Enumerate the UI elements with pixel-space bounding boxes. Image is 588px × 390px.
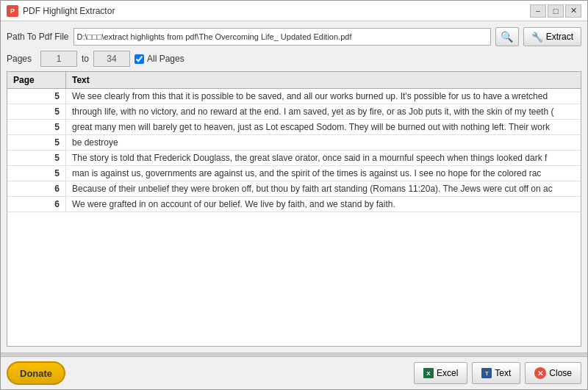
table-row[interactable]: 5 The story is told that Frederick Dougl… xyxy=(7,151,581,166)
path-row: Path To Pdf File 🔍 🔧 Extract xyxy=(7,27,581,46)
table-row[interactable]: 5 great many men will barely get to heav… xyxy=(7,120,581,135)
cell-page: 5 xyxy=(7,135,66,150)
cell-page: 5 xyxy=(7,104,66,119)
table-row[interactable]: 5 be destroye xyxy=(7,135,581,151)
app-icon: P xyxy=(7,5,18,17)
extract-button[interactable]: 🔧 Extract xyxy=(523,27,581,46)
cell-page: 6 xyxy=(7,181,66,196)
cell-text: We see clearly from this that it is poss… xyxy=(66,89,581,104)
bottom-right-buttons: X Excel T Text ✕ Close xyxy=(414,362,581,384)
cell-page: 5 xyxy=(7,89,66,104)
col-header-page: Page xyxy=(7,72,66,88)
cell-text: man is against us, governments are again… xyxy=(66,166,581,181)
cell-text: great many men will barely get to heaven… xyxy=(66,120,581,134)
table-row[interactable]: 6 We were grafted in on account of our b… xyxy=(7,197,581,212)
page-from-input[interactable] xyxy=(40,51,77,67)
bottom-bar: Donate X Excel T Text ✕ Close xyxy=(1,357,587,389)
cell-text: through life, with no victory, and no re… xyxy=(66,104,581,119)
cell-page: 5 xyxy=(7,166,66,181)
to-label: to xyxy=(82,54,89,64)
pages-row: Pages to All Pages xyxy=(7,51,581,67)
browse-button[interactable]: 🔍 xyxy=(495,27,519,46)
excel-icon: X xyxy=(423,368,434,378)
cell-page: 5 xyxy=(7,120,66,134)
table-row[interactable]: 6 Because of their unbelief they were br… xyxy=(7,181,581,197)
table-row[interactable]: 5 We see clearly from this that it is po… xyxy=(7,89,581,104)
close-button[interactable]: ✕ Close xyxy=(525,362,581,384)
cell-text: The story is told that Frederick Douglas… xyxy=(66,151,581,165)
table-body: 5 We see clearly from this that it is po… xyxy=(7,89,581,346)
title-bar-left: P PDF Highlight Extractor xyxy=(7,5,115,17)
cell-page: 6 xyxy=(7,197,66,212)
window-title: PDF Highlight Extractor xyxy=(23,6,115,16)
path-label: Path To Pdf File xyxy=(7,32,69,42)
cell-page: 5 xyxy=(7,151,66,165)
text-icon: T xyxy=(481,368,492,378)
all-pages-checkbox[interactable] xyxy=(135,54,144,64)
donate-button[interactable]: Donate xyxy=(7,361,65,385)
cell-text: be destroye xyxy=(66,135,581,150)
maximize-button[interactable]: □ xyxy=(548,4,564,18)
pages-label: Pages xyxy=(7,54,36,64)
table-row[interactable]: 5 through life, with no victory, and no … xyxy=(7,104,581,120)
cell-text: Because of their unbelief they were brok… xyxy=(66,181,581,196)
excel-button[interactable]: X Excel xyxy=(414,362,467,384)
table-header: Page Text xyxy=(7,72,581,89)
main-window: P PDF Highlight Extractor − □ ✕ Path To … xyxy=(0,0,588,390)
table-row[interactable]: 5 man is against us, governments are aga… xyxy=(7,166,581,181)
search-icon: 🔍 xyxy=(501,31,513,43)
cell-text: We were grafted in on account of our bel… xyxy=(66,197,581,212)
path-input[interactable] xyxy=(74,28,491,46)
col-header-text: Text xyxy=(66,72,581,88)
minimize-button[interactable]: − xyxy=(530,4,546,18)
main-content: Path To Pdf File 🔍 🔧 Extract Pages to Al… xyxy=(1,21,587,353)
extract-icon: 🔧 xyxy=(531,32,543,43)
highlights-table: Page Text 5 We see clearly from this tha… xyxy=(7,71,581,347)
close-icon: ✕ xyxy=(534,367,546,379)
title-bar: P PDF Highlight Extractor − □ ✕ xyxy=(1,1,587,21)
window-controls: − □ ✕ xyxy=(530,4,581,18)
text-button[interactable]: T Text xyxy=(472,362,520,384)
window-close-button[interactable]: ✕ xyxy=(565,4,581,18)
page-to-input[interactable] xyxy=(93,51,130,67)
all-pages-label[interactable]: All Pages xyxy=(135,54,184,64)
